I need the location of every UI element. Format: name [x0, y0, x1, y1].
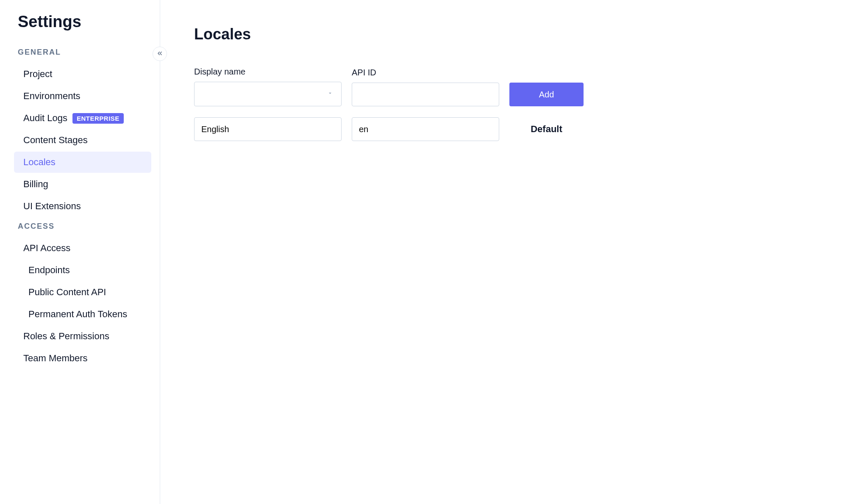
sidebar-item-label: Permanent Auth Tokens — [28, 309, 127, 320]
enterprise-badge: ENTERPRISE — [72, 113, 124, 124]
collapse-sidebar-button[interactable] — [153, 47, 167, 61]
display-name-label: Display name — [194, 67, 342, 77]
sidebar-item-label: Endpoints — [28, 265, 70, 276]
locale-row: Default — [194, 117, 825, 141]
sidebar-item-team-members[interactable]: Team Members — [14, 348, 151, 369]
main-content: Locales Display name API ID Add — [160, 0, 859, 504]
locale-display-name[interactable] — [194, 117, 342, 141]
api-id-input[interactable] — [352, 83, 499, 106]
sidebar-item-project[interactable]: Project — [14, 64, 151, 85]
default-label: Default — [509, 124, 584, 135]
sidebar-item-api-access[interactable]: API Access — [14, 238, 151, 259]
sidebar-item-public-content-api[interactable]: Public Content API — [14, 282, 151, 303]
locale-add-form: Display name API ID Add — [194, 67, 825, 106]
api-id-label: API ID — [352, 68, 499, 78]
sidebar-item-label: Roles & Permissions — [23, 331, 109, 342]
sidebar-item-ui-extensions[interactable]: UI Extensions — [14, 196, 151, 217]
sidebar-item-environments[interactable]: Environments — [14, 86, 151, 107]
locale-api-id[interactable] — [352, 117, 499, 141]
sidebar-item-audit-logs[interactable]: Audit Logs ENTERPRISE — [14, 108, 151, 129]
sidebar-item-label: Locales — [23, 157, 56, 168]
sidebar-item-label: UI Extensions — [23, 201, 81, 212]
settings-title: Settings — [0, 8, 160, 44]
sidebar: Settings GENERAL Project Environments Au… — [0, 0, 160, 504]
sidebar-item-locales[interactable]: Locales — [14, 152, 151, 173]
display-name-select-wrapper — [194, 82, 342, 106]
sidebar-item-billing[interactable]: Billing — [14, 174, 151, 195]
sidebar-item-label: Billing — [23, 179, 48, 190]
sidebar-item-label: Project — [23, 69, 52, 80]
sidebar-item-label: Environments — [23, 91, 81, 102]
section-header-access: ACCESS — [0, 218, 160, 237]
sidebar-item-label: Team Members — [23, 353, 88, 364]
api-id-group: API ID — [352, 68, 499, 106]
locale-api-id-group — [352, 117, 499, 141]
sidebar-item-label: API Access — [23, 243, 70, 254]
sidebar-item-label: Content Stages — [23, 135, 88, 146]
sidebar-item-permanent-auth-tokens[interactable]: Permanent Auth Tokens — [14, 304, 151, 325]
sidebar-section-general: GENERAL Project Environments Audit Logs … — [0, 44, 160, 217]
page-title: Locales — [194, 25, 825, 43]
display-name-select[interactable] — [194, 82, 342, 106]
sidebar-item-roles-permissions[interactable]: Roles & Permissions — [14, 326, 151, 347]
sidebar-item-content-stages[interactable]: Content Stages — [14, 130, 151, 151]
locale-display-name-group — [194, 117, 342, 141]
sidebar-item-endpoints[interactable]: Endpoints — [14, 260, 151, 281]
chevron-double-left-icon — [156, 50, 163, 58]
sidebar-section-access: ACCESS API Access Endpoints Public Conte… — [0, 218, 160, 369]
sidebar-item-label: Audit Logs — [23, 113, 67, 124]
display-name-group: Display name — [194, 67, 342, 106]
section-header-general: GENERAL — [0, 44, 160, 63]
add-button[interactable]: Add — [509, 83, 584, 106]
sidebar-item-label: Public Content API — [28, 287, 106, 298]
